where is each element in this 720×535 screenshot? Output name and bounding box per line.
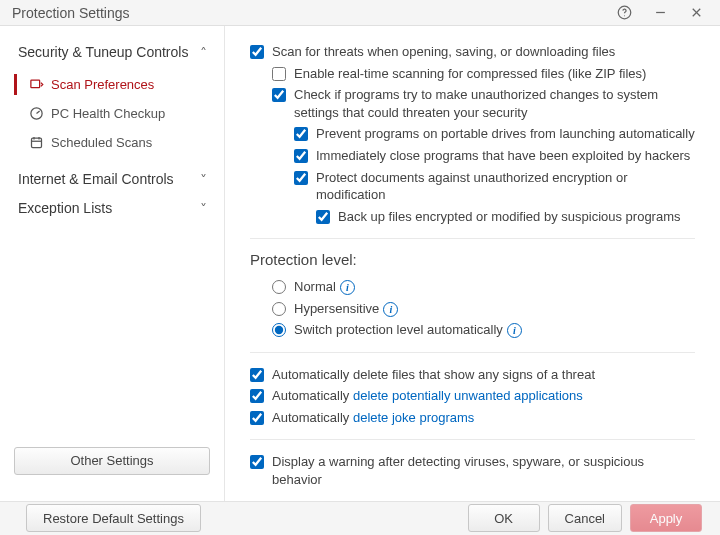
divider (250, 352, 695, 353)
svg-rect-7 (31, 138, 41, 147)
ok-button[interactable]: OK (468, 504, 540, 532)
chevron-down-icon: ˅ (196, 201, 210, 217)
checkbox-label: Automatically delete potentially unwante… (272, 387, 583, 405)
svg-point-1 (624, 15, 625, 16)
radio-label: Normali (294, 278, 355, 296)
divider (250, 439, 695, 440)
sidebar-item-label: Scan Preferences (51, 77, 154, 92)
sidebar-section-title: Internet & Email Controls (18, 171, 196, 189)
checkbox-scan-open-save-download[interactable] (250, 45, 264, 59)
checkbox-label: Display a warning after detecting viruse… (272, 453, 695, 488)
cancel-button[interactable]: Cancel (548, 504, 622, 532)
window-title: Protection Settings (12, 5, 600, 21)
checkbox-auto-delete-joke[interactable] (250, 411, 264, 425)
scheduled-scans-icon (25, 135, 47, 150)
radio-normal[interactable] (272, 280, 286, 294)
sidebar-section-title: Security & Tuneup Controls (18, 44, 196, 62)
sidebar-section-title: Exception Lists (18, 200, 196, 218)
health-checkup-icon (25, 106, 47, 121)
radio-label: Switch protection level automaticallyi (294, 321, 522, 339)
checkbox-backup-encrypted[interactable] (316, 210, 330, 224)
sidebar-item-label: PC Health Checkup (51, 106, 165, 121)
checkbox-protect-docs[interactable] (294, 171, 308, 185)
divider (250, 238, 695, 239)
chevron-up-icon: ˄ (196, 45, 210, 61)
sidebar-section-security-tuneup[interactable]: Security & Tuneup Controls ˄ (0, 38, 224, 68)
info-icon[interactable]: i (340, 280, 355, 295)
checkbox-label: Automatically delete files that show any… (272, 366, 595, 384)
svg-rect-5 (30, 80, 39, 88)
checkbox-display-warning[interactable] (250, 455, 264, 469)
checkbox-auto-delete-pua[interactable] (250, 389, 264, 403)
sidebar-section-exception-lists[interactable]: Exception Lists ˅ (0, 194, 224, 224)
checkbox-label: Back up files encrypted or modified by s… (338, 208, 681, 226)
help-icon[interactable] (612, 1, 636, 25)
close-icon[interactable] (684, 1, 708, 25)
sidebar-item-scheduled-scans[interactable]: Scheduled Scans (0, 128, 224, 157)
sidebar-item-label: Scheduled Scans (51, 135, 152, 150)
checkbox-label: Scan for threats when opening, saving, o… (272, 43, 615, 61)
chevron-down-icon: ˅ (196, 172, 210, 188)
info-icon[interactable]: i (383, 302, 398, 317)
footer: Restore Default Settings OK Cancel Apply (0, 501, 720, 535)
checkbox-prevent-portable[interactable] (294, 127, 308, 141)
checkbox-label: Check if programs try to make unauthoriz… (294, 86, 695, 121)
link-delete-pua[interactable]: delete potentially unwanted applications (353, 388, 583, 403)
checkbox-label: Immediately close programs that have bee… (316, 147, 690, 165)
sidebar-item-pc-health-checkup[interactable]: PC Health Checkup (0, 99, 224, 128)
checkbox-check-unauthorized[interactable] (272, 88, 286, 102)
link-delete-joke[interactable]: delete joke programs (353, 410, 474, 425)
minimize-icon[interactable] (648, 1, 672, 25)
scan-preferences-icon (25, 77, 47, 92)
checkbox-label: Protect documents against unauthorized e… (316, 169, 695, 204)
checkbox-label: Enable real-time scanning for compressed… (294, 65, 646, 83)
other-settings-button[interactable]: Other Settings (14, 447, 210, 475)
protection-level-title: Protection level: (250, 251, 695, 268)
apply-button[interactable]: Apply (630, 504, 702, 532)
titlebar: Protection Settings (0, 0, 720, 26)
info-icon[interactable]: i (507, 323, 522, 338)
checkbox-auto-delete-threat[interactable] (250, 368, 264, 382)
restore-defaults-button[interactable]: Restore Default Settings (26, 504, 201, 532)
radio-label: Hypersensitivei (294, 300, 398, 318)
checkbox-close-exploited[interactable] (294, 149, 308, 163)
content-pane: Scan for threats when opening, saving, o… (225, 26, 720, 500)
checkbox-label: Prevent programs on portable drives from… (316, 125, 695, 143)
sidebar: Security & Tuneup Controls ˄ Scan Prefer… (0, 26, 225, 500)
sidebar-section-internet-email[interactable]: Internet & Email Controls ˅ (0, 165, 224, 195)
radio-hypersensitive[interactable] (272, 302, 286, 316)
radio-switch-auto[interactable] (272, 323, 286, 337)
checkbox-label: Automatically delete joke programs (272, 409, 474, 427)
checkbox-realtime-compressed[interactable] (272, 67, 286, 81)
sidebar-item-scan-preferences[interactable]: Scan Preferences (0, 70, 224, 99)
